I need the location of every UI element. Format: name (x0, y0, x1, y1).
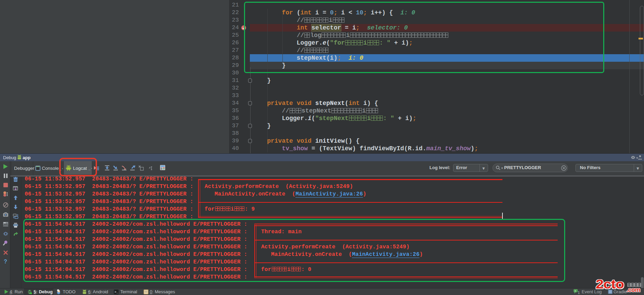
svg-text:?: ? (4, 259, 7, 264)
svg-text:>_: >_ (114, 291, 118, 294)
svg-text:!: ! (575, 290, 576, 293)
